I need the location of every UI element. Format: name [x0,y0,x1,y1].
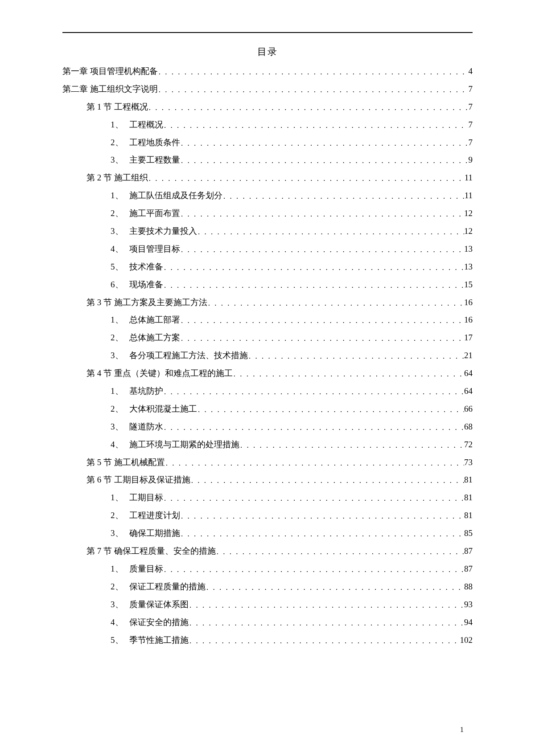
toc-entry-label: 6、现场准备 [111,276,163,294]
toc-entry-number: 2、 [111,329,129,347]
toc-leader-dots: . . . . . . . . . . . . . . . . . . . . … [180,206,464,222]
toc-entry-page: 7 [469,98,473,116]
toc-entry-label: 第二章 施工组织文字说明 [62,80,158,98]
toc-entry-label: 3、主要技术力量投入 [111,222,197,240]
toc-entry-text: 季节性施工措施 [129,635,189,645]
toc-entry-text: 第二章 施工组织文字说明 [62,84,158,94]
toc-leader-dots: . . . . . . . . . . . . . . . . . . . . … [158,64,469,80]
toc-leader-dots: . . . . . . . . . . . . . . . . . . . . … [163,490,464,507]
toc-entry-label: 第 2 节 施工组织 [86,169,148,187]
toc-entry-page: 16 [464,311,473,329]
toc-entry-number: 5、 [111,258,129,276]
page-number: 1 [460,726,464,734]
toc-entry-number: 4、 [111,240,129,258]
divider-top [62,32,473,33]
toc-entry-number: 3、 [111,347,129,364]
toc-leader-dots: . . . . . . . . . . . . . . . . . . . . … [163,420,464,436]
toc-leader-dots: . . . . . . . . . . . . . . . . . . . . … [189,633,460,649]
toc-entry: 第 2 节 施工组织. . . . . . . . . . . . . . . … [62,169,473,187]
toc-entry-text: 基坑防护 [129,386,163,396]
toc-entry-page: 16 [464,294,473,311]
toc-leader-dots: . . . . . . . . . . . . . . . . . . . . … [248,348,464,364]
toc-entry-page: 9 [469,151,473,169]
toc-entry-page: 94 [464,613,473,631]
toc-entry-page: 88 [464,578,473,596]
toc-entry-page: 21 [464,347,473,364]
toc-entry-page: 11 [465,169,473,187]
toc-entry-text: 隧道防水 [129,422,163,431]
toc-entry-number: 1、 [111,382,129,400]
toc-entry-label: 3、确保工期措施 [111,524,180,542]
toc-entry-text: 总体施工部署 [129,315,180,324]
toc-entry-text: 大体积混凝土施工 [129,404,197,413]
toc-entry-number: 5、 [111,631,129,649]
toc-entry: 1、施工队伍组成及任务划分. . . . . . . . . . . . . .… [62,187,473,204]
toc-entry-page: 7 [469,116,473,134]
toc-entry-number: 4、 [111,436,129,454]
toc-leader-dots: . . . . . . . . . . . . . . . . . . . . … [197,224,464,240]
toc-entry: 3、各分项工程施工方法、技术措施. . . . . . . . . . . . … [62,347,473,364]
toc-entry: 2、施工平面布置. . . . . . . . . . . . . . . . … [62,204,473,222]
toc-entry-label: 第一章 项目管理机构配备 [62,62,158,80]
toc-entry: 5、技术准备. . . . . . . . . . . . . . . . . … [62,258,473,276]
toc-entry-text: 工程地质条件 [129,138,180,147]
toc-entry-label: 2、工程进度计划 [111,507,180,524]
toc-entry-text: 工期目标 [129,493,163,502]
toc-entry-text: 第 7 节 确保工程质量、安全的措施 [86,546,216,556]
toc-entry-page: 12 [464,222,473,240]
toc-entry-label: 第 6 节 工期目标及保证措施 [86,471,190,489]
toc-entry-page: 85 [464,524,473,542]
toc-entry-page: 12 [464,204,473,222]
toc-entry-label: 1、质量目标 [111,560,163,578]
toc-entry-text: 确保工期措施 [129,528,180,538]
toc-entry-page: 11 [465,187,473,204]
toc-entry-page: 81 [464,507,473,524]
toc-entry-number: 2、 [111,204,129,222]
toc-entry: 3、确保工期措施. . . . . . . . . . . . . . . . … [62,524,473,542]
toc-entry-page: 87 [464,542,473,560]
toc-entry: 4、保证安全的措施. . . . . . . . . . . . . . . .… [62,613,473,631]
toc-entry: 3、主要技术力量投入. . . . . . . . . . . . . . . … [62,222,473,240]
toc-entry-number: 3、 [111,418,129,436]
toc-entry-label: 第 3 节 施工方案及主要施工方法 [86,294,207,311]
toc-entry-page: 13 [464,240,473,258]
toc-leader-dots: . . . . . . . . . . . . . . . . . . . . … [207,295,464,311]
toc-entry-label: 第 1 节 工程概况 [86,98,148,116]
toc-entry: 2、保证工程质量的措施. . . . . . . . . . . . . . .… [62,578,473,596]
toc-entry-page: 72 [464,436,473,454]
toc-entry: 3、主要工程数量. . . . . . . . . . . . . . . . … [62,151,473,169]
toc-entry-label: 1、总体施工部署 [111,311,180,329]
toc-leader-dots: . . . . . . . . . . . . . . . . . . . . … [180,313,464,329]
toc-entry-page: 102 [460,631,473,649]
toc-entry-label: 3、隧道防水 [111,418,163,436]
toc-entry-number: 1、 [111,560,129,578]
toc-entry-text: 施工平面布置 [129,208,180,218]
toc-entry-label: 1、工程概况 [111,116,163,134]
table-of-contents: 第一章 项目管理机构配备. . . . . . . . . . . . . . … [62,62,473,649]
toc-entry: 1、质量目标. . . . . . . . . . . . . . . . . … [62,560,473,578]
toc-entry: 2、大体积混凝土施工. . . . . . . . . . . . . . . … [62,400,473,418]
toc-entry-label: 2、施工平面布置 [111,204,180,222]
toc-entry-page: 93 [464,596,473,613]
toc-entry-text: 工程进度计划 [129,511,180,520]
toc-entry-page: 64 [464,364,473,382]
toc-entry-label: 1、工期目标 [111,489,163,507]
toc-leader-dots: . . . . . . . . . . . . . . . . . . . . … [180,508,464,524]
toc-entry-label: 第 5 节 施工机械配置 [86,454,165,471]
toc-leader-dots: . . . . . . . . . . . . . . . . . . . . … [190,473,464,489]
toc-entry: 4、施工环境与工期紧的处理措施. . . . . . . . . . . . .… [62,436,473,454]
toc-leader-dots: . . . . . . . . . . . . . . . . . . . . … [148,171,465,187]
toc-entry: 第 5 节 施工机械配置. . . . . . . . . . . . . . … [62,454,473,471]
toc-entry-label: 1、基坑防护 [111,382,163,400]
toc-entry-page: 73 [464,454,473,471]
toc-entry-number: 2、 [111,578,129,596]
toc-entry: 1、工程概况. . . . . . . . . . . . . . . . . … [62,116,473,134]
toc-entry-number: 2、 [111,507,129,524]
toc-entry-label: 第 4 节 重点（关键）和难点工程的施工 [86,364,233,382]
toc-entry-label: 3、主要工程数量 [111,151,180,169]
toc-entry-text: 总体施工方案 [129,333,180,342]
toc-entry-text: 各分项工程施工方法、技术措施 [129,351,248,360]
toc-entry: 2、工程进度计划. . . . . . . . . . . . . . . . … [62,507,473,524]
toc-leader-dots: . . . . . . . . . . . . . . . . . . . . … [233,366,464,382]
toc-entry-page: 7 [469,80,473,98]
